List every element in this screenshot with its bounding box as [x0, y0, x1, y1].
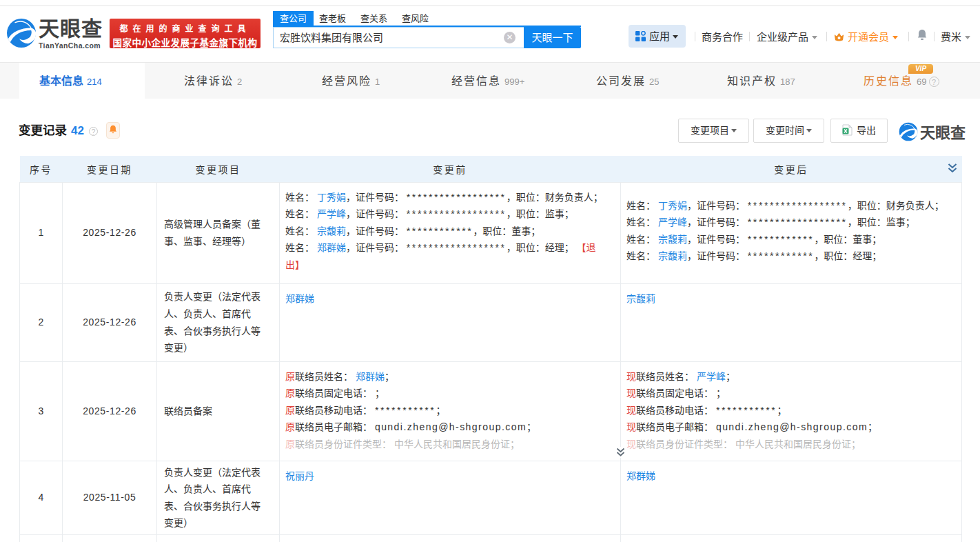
svg-text:天眼查: 天眼查 [920, 124, 966, 141]
